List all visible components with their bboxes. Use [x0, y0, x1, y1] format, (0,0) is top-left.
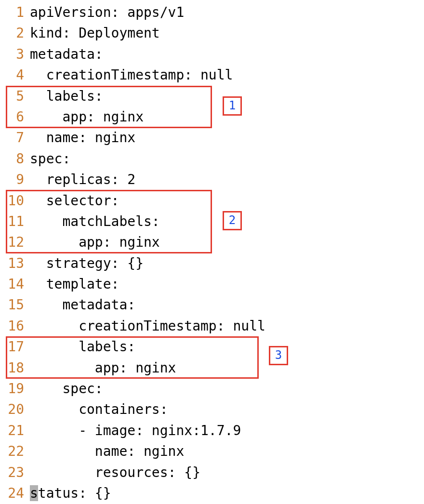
code-line: 4 creationTimestamp: null [0, 65, 424, 85]
line-number: 13 [0, 253, 30, 274]
code-line: 20 containers: [0, 399, 424, 420]
code-line: 19 spec: [0, 378, 424, 399]
code-text: containers: [30, 399, 424, 420]
code-line: 2kind: Deployment [0, 23, 424, 43]
code-line: 7 name: nginx [0, 127, 424, 148]
line-number: 21 [0, 420, 30, 441]
code-text: creationTimestamp: null [30, 316, 424, 336]
code-line: 5 labels: [0, 86, 424, 106]
code-line: 13 strategy: {} [0, 253, 424, 274]
line-number: 11 [0, 211, 30, 232]
code-line: 24status: {} [0, 483, 424, 504]
code-line: 10 selector: [0, 190, 424, 211]
code-line: 1apiVersion: apps/v1 [0, 2, 424, 23]
code-text: kind: Deployment [30, 23, 424, 43]
line-number: 10 [0, 190, 30, 211]
line-number: 16 [0, 316, 30, 336]
line-number: 14 [0, 274, 30, 294]
line-number: 12 [0, 232, 30, 252]
line-number: 2 [0, 23, 30, 43]
annotation-badge-2: 2 [223, 211, 242, 230]
code-line: 17 labels: [0, 336, 424, 357]
code-line: 11 matchLabels: [0, 211, 424, 232]
line-number: 8 [0, 148, 30, 169]
code-text: selector: [30, 190, 424, 211]
code-text: name: nginx [30, 441, 424, 462]
line-number: 6 [0, 106, 30, 127]
code-text: app: nginx [30, 232, 424, 252]
code-line: 8spec: [0, 148, 424, 169]
cursor: s [30, 485, 38, 501]
code-line: 14 template: [0, 274, 424, 294]
code-line: 15 metadata: [0, 294, 424, 315]
code-line: 6 app: nginx [0, 106, 424, 127]
line-number: 9 [0, 169, 30, 190]
line-number: 4 [0, 65, 30, 85]
code-text: metadata: [30, 294, 424, 315]
line-number: 17 [0, 336, 30, 357]
code-text: strategy: {} [30, 253, 424, 274]
code-text: spec: [30, 148, 424, 169]
code-text: spec: [30, 378, 424, 399]
code-text: status: {} [30, 483, 424, 504]
code-line: 12 app: nginx [0, 232, 424, 252]
code-line: 9 replicas: 2 [0, 169, 424, 190]
code-text: template: [30, 274, 424, 294]
code-line: 16 creationTimestamp: null [0, 316, 424, 336]
line-number: 3 [0, 44, 30, 65]
code-text: apiVersion: apps/v1 [30, 2, 424, 23]
code-text: app: nginx [30, 358, 424, 378]
line-number: 22 [0, 441, 30, 462]
annotation-badge-1: 1 [223, 96, 242, 116]
code-line: 21 - image: nginx:1.7.9 [0, 420, 424, 441]
code-text: name: nginx [30, 127, 424, 148]
line-number: 15 [0, 294, 30, 315]
code-line: 22 name: nginx [0, 441, 424, 462]
line-number: 24 [0, 483, 30, 504]
code-line: 18 app: nginx [0, 358, 424, 378]
code-text: creationTimestamp: null [30, 65, 424, 85]
code-line: 23 resources: {} [0, 462, 424, 483]
line-number: 5 [0, 86, 30, 106]
line-number: 1 [0, 2, 30, 23]
line-number: 20 [0, 399, 30, 420]
line-number: 7 [0, 127, 30, 148]
annotation-badge-3: 3 [269, 346, 288, 365]
code-text: - image: nginx:1.7.9 [30, 420, 424, 441]
line-number: 23 [0, 462, 30, 483]
code-text: resources: {} [30, 462, 424, 483]
code-text: replicas: 2 [30, 169, 424, 190]
code-text: labels: [30, 336, 424, 357]
code-editor: 1apiVersion: apps/v12kind: Deployment3me… [0, 2, 424, 504]
line-number: 19 [0, 378, 30, 399]
code-text: metadata: [30, 44, 424, 65]
line-number: 18 [0, 358, 30, 378]
code-line: 3metadata: [0, 44, 424, 65]
